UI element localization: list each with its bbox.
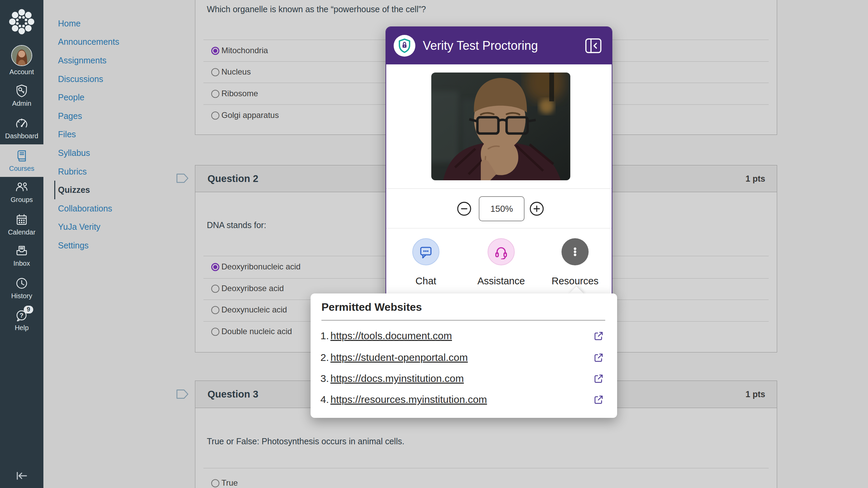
radio-button[interactable] <box>211 306 219 314</box>
course-nav-yuja-verity[interactable]: YuJa Verity <box>58 218 119 237</box>
radio-button[interactable] <box>211 47 219 55</box>
canvas-logo-icon[interactable] <box>7 7 36 36</box>
radio-button[interactable] <box>211 263 219 271</box>
link-number: 4. <box>320 394 329 405</box>
answer-label: Deoxyribose acid <box>221 284 284 293</box>
course-nav-files[interactable]: Files <box>58 125 119 144</box>
radio-button[interactable] <box>211 111 219 120</box>
course-nav-home[interactable]: Home <box>58 14 119 33</box>
course-nav-rubrics[interactable]: Rubrics <box>58 162 119 181</box>
ellipsis-icon <box>568 244 583 259</box>
radio-button[interactable] <box>211 68 219 76</box>
avatar[interactable] <box>11 45 32 66</box>
radio-button[interactable] <box>211 90 219 98</box>
permitted-link-row: 2. https://student-openportal.com <box>320 352 607 365</box>
answer-label: True <box>221 478 238 488</box>
external-link-icon[interactable] <box>593 352 604 363</box>
link-number: 3. <box>320 373 329 384</box>
sidebar-item-account[interactable]: Account <box>0 45 43 76</box>
course-nav-quizzes[interactable]: Quizzes <box>54 181 119 199</box>
assistance-button[interactable] <box>488 238 515 265</box>
question-points: 1 pts <box>746 174 765 184</box>
sidebar-item-label: Help <box>0 324 43 332</box>
permitted-link[interactable]: https://resources.myinstitution.com <box>330 394 487 405</box>
link-number: 2. <box>320 352 329 363</box>
answer-label: Mitochondria <box>221 46 268 55</box>
course-nav-discussions[interactable]: Discussions <box>58 70 119 88</box>
sidebar-item-label: Groups <box>0 196 43 204</box>
sidebar-item-label: Account <box>0 68 43 76</box>
question-title: Question 3 <box>208 389 258 400</box>
zoom-out-button[interactable] <box>457 201 472 216</box>
sidebar-item-label: Calendar <box>0 228 43 236</box>
course-nav-assignments[interactable]: Assignments <box>58 51 119 70</box>
sidebar-item-label: Admin <box>0 100 43 107</box>
gauge-icon <box>15 117 28 130</box>
sidebar-item-courses[interactable]: Courses <box>0 144 43 177</box>
link-number: 1. <box>320 330 329 341</box>
resources-button[interactable] <box>561 238 589 265</box>
people-icon <box>15 180 28 194</box>
permitted-link-row: 3. https://docs.myinstitution.com <box>320 373 607 386</box>
radio-button[interactable] <box>211 328 219 336</box>
proctoring-title: Verity Test Proctoring <box>423 39 585 53</box>
headset-icon <box>494 244 509 259</box>
permitted-link[interactable]: https://student-openportal.com <box>330 352 468 363</box>
sidebar-item-groups[interactable]: Groups <box>0 180 43 204</box>
sidebar-item-dashboard[interactable]: Dashboard <box>0 117 43 140</box>
permitted-link[interactable]: https://tools.document.com <box>330 330 452 341</box>
help-count-badge: 9 <box>24 306 33 313</box>
answer-label: Double nucleic acid <box>221 327 292 336</box>
flag-question-icon[interactable] <box>176 173 189 184</box>
course-nav-people[interactable]: People <box>58 88 119 107</box>
answer-label: Golgi apparatus <box>221 110 279 120</box>
external-link-icon[interactable] <box>593 331 604 341</box>
radio-button[interactable] <box>211 479 219 487</box>
permitted-link-row: 1. https://tools.document.com <box>320 330 607 343</box>
panel-collapse-icon[interactable] <box>585 38 601 53</box>
sidebar-item-admin[interactable]: Admin <box>0 84 43 107</box>
flag-question-icon[interactable] <box>176 389 189 400</box>
question-title: Question 2 <box>208 173 258 184</box>
permitted-link-row: 4. https://resources.myinstitution.com <box>320 394 607 407</box>
clock-icon <box>15 277 28 290</box>
answer-label: Nucleus <box>221 67 251 77</box>
collapse-sidebar-icon[interactable] <box>15 470 28 483</box>
course-nav-syllabus[interactable]: Syllabus <box>58 144 119 162</box>
zoom-in-button[interactable] <box>529 201 544 216</box>
sidebar-item-label: Dashboard <box>0 132 43 140</box>
answer-label: Ribosome <box>221 89 258 98</box>
svg-text:?: ? <box>20 312 23 319</box>
assistance-label: Assistance <box>464 276 538 287</box>
global-nav-sidebar: Account Admin Dashboard <box>0 0 43 488</box>
verity-shield-icon <box>394 35 415 57</box>
course-nav-pages[interactable]: Pages <box>58 107 119 125</box>
permitted-link[interactable]: https://docs.myinstitution.com <box>330 373 464 384</box>
sidebar-item-help[interactable]: 9 ? Help <box>0 308 43 332</box>
chat-bubble-icon <box>418 244 433 259</box>
sidebar-item-calendar[interactable]: Calendar <box>0 213 43 236</box>
course-nav-settings[interactable]: Settings <box>58 236 119 255</box>
calendar-icon <box>15 213 28 226</box>
sidebar-item-history[interactable]: History <box>0 277 43 300</box>
external-link-icon[interactable] <box>593 394 604 405</box>
inbox-tray-icon <box>15 244 28 258</box>
proctoring-header: Verity Test Proctoring <box>386 27 612 64</box>
permitted-websites-popup: Permitted Websites 1. https://tools.docu… <box>311 293 617 418</box>
radio-button[interactable] <box>211 285 219 293</box>
course-nav-announcements[interactable]: Announcements <box>58 33 119 52</box>
answer-label: Deoxynucleic acid <box>221 305 287 314</box>
external-link-icon[interactable] <box>593 373 604 384</box>
chat-label: Chat <box>389 276 463 287</box>
answer-option[interactable]: True <box>195 476 777 488</box>
sidebar-item-inbox[interactable]: Inbox <box>0 244 43 267</box>
course-nav-collaborations[interactable]: Collaborations <box>58 199 119 218</box>
zoom-level-input[interactable]: 150% <box>479 196 525 221</box>
chat-button[interactable] <box>412 238 439 265</box>
question-prompt: DNA stands for: <box>207 220 266 230</box>
sidebar-item-label: Courses <box>0 165 43 172</box>
divider <box>321 320 605 321</box>
answer-label: Deoxyribonucleic acid <box>221 262 300 271</box>
question-prompt: Which organelle is known as the “powerho… <box>207 4 426 14</box>
canvas-quiz-page: Account Admin Dashboard <box>0 0 868 488</box>
